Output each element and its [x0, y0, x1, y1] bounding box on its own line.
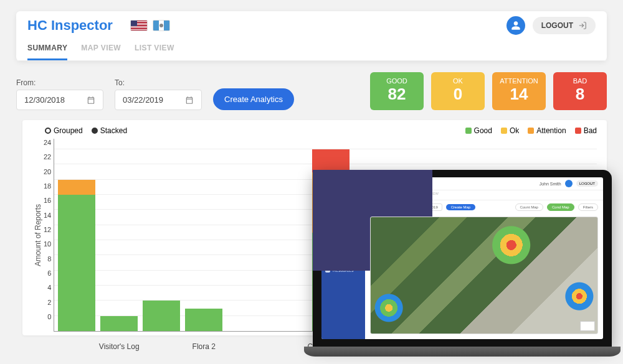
status-cards: GOOD 82 OK 0 ATTENTION 14 BAD 8: [370, 72, 607, 110]
y-tick: 0: [44, 313, 51, 320]
mini-count-map-button[interactable]: Count Map: [515, 203, 543, 211]
y-tick: 4: [44, 284, 51, 291]
status-bad-value: 8: [553, 85, 607, 104]
status-attn-label: ATTENTION: [492, 77, 546, 85]
logout-label: LOGOUT: [541, 21, 573, 30]
to-date-value: 03/22/2019: [123, 95, 163, 105]
status-ok-value: 0: [431, 85, 485, 104]
y-tick: 20: [44, 168, 51, 175]
legend-ok: Ok: [501, 126, 519, 135]
mode-grouped[interactable]: Grouped: [45, 126, 83, 135]
y-axis-label: Amount of Reports: [32, 139, 44, 332]
y-tick: 22: [44, 153, 51, 161]
to-date-group: To: 03/22/2019: [115, 78, 202, 110]
x-label: Visitor's Log: [99, 342, 140, 351]
tab-list-view[interactable]: LIST VIEW: [135, 40, 174, 60]
status-card-good: GOOD 82: [370, 72, 424, 110]
avatar[interactable]: [506, 16, 525, 35]
bar-segment: [58, 195, 95, 331]
y-tick: 8: [44, 255, 51, 263]
flag-gt-icon[interactable]: [153, 20, 170, 31]
mode-stacked[interactable]: Stacked: [92, 126, 127, 135]
legend-bad: Bad: [575, 126, 597, 135]
y-ticks: 242220181614121086420: [44, 139, 54, 332]
tab-summary[interactable]: SUMMARY: [27, 40, 67, 60]
mini-header: Inspector John Smith LOGOUT: [365, 177, 603, 190]
mini-flag-us-icon[interactable]: [402, 181, 411, 187]
status-ok-label: OK: [431, 77, 485, 85]
mini-cond-map-button[interactable]: Cond Map: [547, 203, 574, 211]
mini-heatmap[interactable]: [370, 217, 598, 334]
bar-segment: [185, 309, 222, 332]
flag-us-icon[interactable]: [130, 20, 148, 31]
mini-create-map-button[interactable]: Create Map: [446, 204, 475, 210]
logout-button[interactable]: LOGOUT: [533, 17, 596, 34]
status-card-attention: ATTENTION 14: [492, 72, 546, 110]
from-date-input[interactable]: 12/30/2018: [16, 90, 103, 110]
chart-legend: Good Ok Attention Bad: [465, 126, 597, 135]
app-title: HC Inspector: [27, 17, 113, 34]
bar-segment: [312, 149, 350, 172]
create-analytics-button[interactable]: Create Analytics: [213, 88, 294, 110]
laptop-base: [304, 347, 621, 357]
bar-segment: [58, 180, 95, 195]
mini-logout-button[interactable]: LOGOUT: [576, 180, 598, 187]
mini-avatar[interactable]: [565, 180, 573, 187]
y-tick: 14: [44, 212, 51, 219]
controls-row: From: 12/30/2018 To: 03/22/2019 Create A…: [0, 61, 623, 110]
from-label: From:: [16, 78, 103, 87]
from-date-value: 12/30/2018: [24, 95, 65, 105]
bar-segment: [143, 301, 180, 331]
chart-mode-group: Grouped Stacked: [45, 126, 127, 135]
status-good-label: GOOD: [370, 77, 424, 85]
y-tick: 6: [44, 269, 51, 277]
status-bad-label: BAD: [553, 77, 607, 85]
y-tick: 10: [44, 240, 51, 248]
logout-icon: [578, 21, 587, 30]
laptop-inner-app: DashboardStatisticsInspectorUsersSetting…: [321, 177, 603, 339]
tab-map-view[interactable]: MAP VIEW: [81, 40, 121, 60]
bar-segment: [100, 316, 138, 331]
y-tick: 18: [44, 182, 51, 190]
laptop-mockup: DashboardStatisticsInspectorUsersSetting…: [313, 170, 612, 357]
app-header: HC Inspector LOGOUT: [16, 11, 607, 35]
x-label: Flora 2: [193, 342, 216, 351]
mini-main: Inspector John Smith LOGOUT SUMMARY MAP …: [365, 177, 603, 339]
mini-user-name: John Smith: [540, 182, 561, 186]
legend-attention: Attention: [528, 126, 566, 135]
status-attn-value: 14: [492, 85, 546, 104]
from-date-group: From: 12/30/2018: [16, 78, 103, 110]
status-good-value: 82: [370, 85, 424, 104]
legend-good: Good: [465, 126, 492, 135]
laptop-screen: DashboardStatisticsInspectorUsersSetting…: [313, 170, 612, 347]
to-date-input[interactable]: 03/22/2019: [115, 90, 202, 110]
mini-filters-button[interactable]: Filters: [578, 203, 598, 211]
language-flags: [130, 20, 170, 31]
user-icon: [511, 21, 521, 30]
y-tick: 16: [44, 197, 51, 204]
y-tick: 24: [44, 139, 51, 146]
calendar-icon: [185, 96, 194, 105]
tabs: SUMMARY MAP VIEW LIST VIEW: [16, 35, 607, 61]
to-label: To:: [115, 78, 202, 87]
status-card-bad: BAD 8: [553, 72, 607, 110]
y-tick: 2: [44, 299, 51, 306]
status-card-ok: OK 0: [431, 72, 485, 110]
calendar-icon: [87, 96, 95, 105]
y-tick: 12: [44, 226, 51, 233]
chart-top-row: Grouped Stacked Good Ok Attention Bad: [32, 126, 597, 135]
app-header-card: HC Inspector LOGOUT SUMMARY MAP VIEW LIS…: [16, 11, 607, 61]
